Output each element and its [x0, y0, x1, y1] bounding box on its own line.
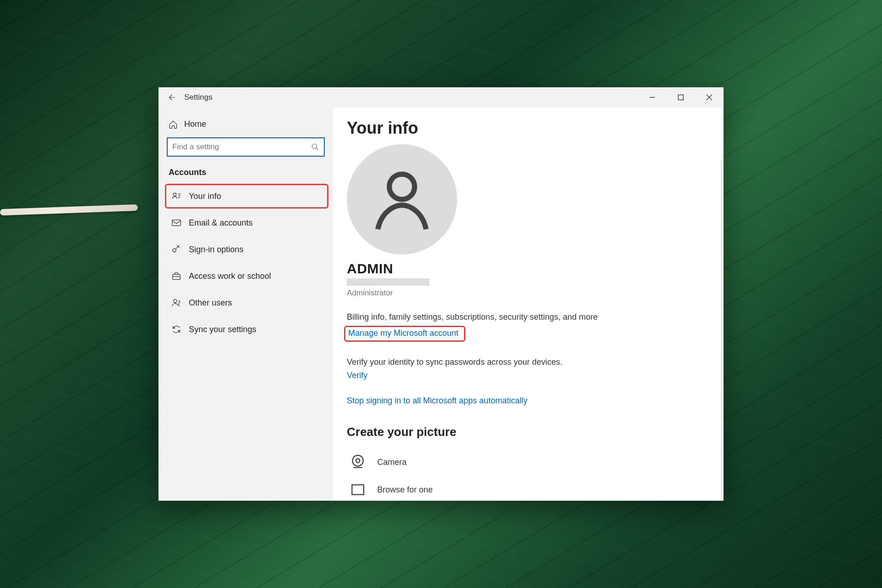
close-button[interactable] [695, 87, 724, 107]
sidebar-item-label: Email & accounts [189, 218, 253, 228]
camera-label: Camera [377, 458, 407, 467]
browse-icon [350, 482, 366, 498]
key-icon [171, 244, 181, 254]
svg-rect-0 [678, 95, 684, 100]
manage-microsoft-account-link[interactable]: Manage my Microsoft account [344, 326, 465, 342]
person-icon [368, 165, 436, 234]
sidebar-item-sync-settings[interactable]: Sync your settings [165, 317, 328, 342]
svg-point-8 [352, 455, 363, 466]
people-icon [171, 298, 181, 308]
sidebar-item-other-users[interactable]: Other users [165, 290, 328, 315]
sidebar-item-label: Sign-in options [189, 245, 243, 254]
account-email-redacted [347, 278, 430, 286]
close-icon [706, 94, 712, 101]
sidebar-item-label: Sync your settings [189, 325, 256, 334]
scrollbar[interactable] [721, 161, 723, 496]
svg-point-2 [173, 193, 176, 196]
main-content: Your info ADMIN Administrator Billing in… [333, 107, 724, 501]
search-icon [311, 143, 319, 151]
minimize-button[interactable] [638, 87, 667, 107]
sidebar-item-access-work-school[interactable]: Access work or school [165, 264, 328, 288]
search-input[interactable] [172, 142, 311, 152]
maximize-button[interactable] [667, 87, 695, 107]
svg-point-4 [173, 249, 176, 252]
camera-icon [350, 454, 366, 470]
create-picture-heading: Create your picture [347, 425, 710, 439]
sidebar-section-label: Accounts [158, 163, 333, 183]
verify-description: Verify your identity to sync passwords a… [347, 357, 710, 367]
minimize-icon [649, 94, 656, 101]
sidebar: Home Accounts Your info Email & accounts [158, 107, 333, 501]
sync-icon [171, 324, 181, 334]
svg-point-6 [174, 300, 177, 303]
sidebar-item-label: Your info [189, 192, 221, 201]
svg-rect-3 [172, 220, 181, 226]
verify-link[interactable]: Verify [347, 371, 368, 380]
sidebar-item-label: Access work or school [189, 271, 271, 281]
sidebar-item-email-accounts[interactable]: Email & accounts [165, 210, 328, 235]
back-arrow-icon [167, 93, 175, 102]
account-role: Administrator [347, 288, 710, 298]
sidebar-home[interactable]: Home [158, 113, 333, 136]
browse-label: Browse for one [377, 485, 433, 495]
avatar [347, 144, 457, 254]
sidebar-item-label: Other users [189, 298, 232, 308]
stop-signin-link[interactable]: Stop signing in to all Microsoft apps au… [347, 396, 527, 406]
window-title: Settings [184, 93, 212, 102]
svg-point-1 [312, 144, 317, 149]
sidebar-item-signin-options[interactable]: Sign-in options [165, 237, 328, 262]
settings-window: Settings Home A [158, 87, 724, 501]
sidebar-item-your-info[interactable]: Your info [165, 184, 328, 209]
search-box[interactable] [167, 137, 325, 157]
sidebar-home-label: Home [184, 119, 206, 129]
maximize-icon [678, 94, 684, 101]
person-card-icon [171, 191, 181, 201]
home-icon [169, 120, 178, 129]
back-button[interactable] [162, 87, 181, 107]
account-username: ADMIN [347, 261, 710, 277]
briefcase-icon [171, 271, 181, 281]
titlebar: Settings [158, 87, 724, 107]
browse-option[interactable]: Browse for one [347, 476, 710, 501]
page-title: Your info [347, 119, 710, 138]
camera-option[interactable]: Camera [347, 448, 710, 476]
svg-rect-10 [352, 485, 364, 494]
mail-icon [171, 218, 181, 228]
svg-point-7 [390, 174, 415, 199]
billing-description: Billing info, family settings, subscript… [347, 312, 710, 322]
svg-point-9 [356, 459, 360, 463]
svg-rect-5 [173, 274, 181, 279]
